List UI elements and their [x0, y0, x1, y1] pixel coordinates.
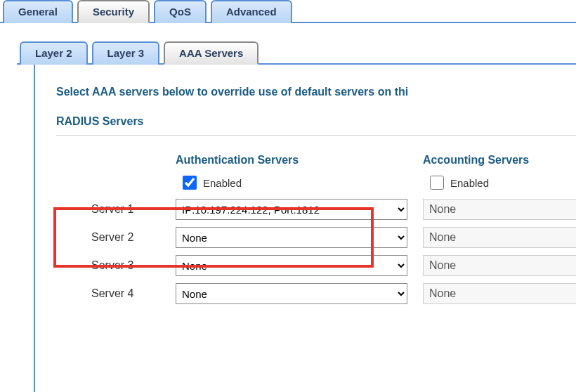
server4-acct-value[interactable]: None: [423, 283, 576, 304]
tab-aaa-servers[interactable]: AAA Servers: [164, 41, 258, 65]
radius-section-title: RADIUS Servers: [56, 115, 576, 128]
server2-label: Server 2: [91, 231, 169, 244]
content-panel: Select AAA servers below to override use…: [34, 65, 576, 392]
server3-label: Server 3: [91, 259, 169, 272]
acct-servers-header: Accounting Servers: [423, 154, 576, 166]
tab-layer2[interactable]: Layer 2: [20, 41, 88, 65]
server2-auth-select[interactable]: None: [176, 227, 407, 248]
acct-enabled-checkbox[interactable]: [430, 176, 444, 190]
tab-layer3[interactable]: Layer 3: [92, 41, 160, 65]
server3-auth-select[interactable]: None: [176, 255, 407, 276]
auth-servers-header: Authentication Servers: [176, 154, 416, 166]
auth-enabled-checkbox[interactable]: [183, 176, 197, 190]
server4-auth-select[interactable]: None: [176, 283, 407, 304]
tab-security[interactable]: Security: [77, 0, 150, 23]
instruction-text: Select AAA servers below to override use…: [56, 86, 576, 98]
tab-qos[interactable]: QoS: [154, 0, 207, 23]
auth-enabled-label: Enabled: [203, 177, 242, 189]
server1-label: Server 1: [91, 203, 169, 216]
divider: [56, 135, 576, 136]
server3-acct-value[interactable]: None: [423, 255, 576, 276]
server2-acct-value[interactable]: None: [423, 227, 576, 248]
top-tab-bar: General Security QoS Advanced: [0, 0, 576, 23]
server1-acct-value[interactable]: None: [423, 199, 576, 220]
acct-enabled-label: Enabled: [450, 177, 489, 189]
tab-general[interactable]: General: [3, 0, 73, 23]
server1-auth-select[interactable]: IP:10.197.224.122, Port:1812: [176, 199, 407, 220]
tab-advanced[interactable]: Advanced: [211, 0, 292, 23]
server4-label: Server 4: [91, 287, 169, 300]
sub-tab-bar: Layer 2 Layer 3 AAA Servers: [17, 41, 576, 65]
